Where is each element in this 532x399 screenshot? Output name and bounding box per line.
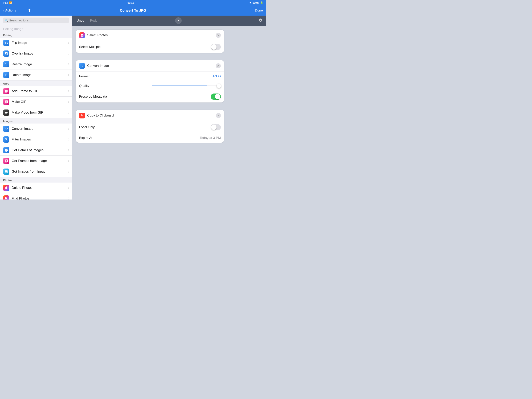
slider-thumb[interactable] xyxy=(217,84,221,88)
select-photos-card-icon xyxy=(79,32,85,38)
filter-images-label: Filter Images xyxy=(12,138,69,142)
drag-handle xyxy=(68,160,70,162)
redo-button[interactable]: Redo xyxy=(89,18,99,23)
section-gifs: GIFs xyxy=(0,80,72,86)
sidebar-scroll: Editing Image Editing Flip Image Overlay… xyxy=(0,25,72,200)
select-photos-close-button[interactable]: ✕ xyxy=(216,33,221,38)
back-label: Actions xyxy=(5,9,16,13)
sidebar: 🔍 Editing Image Editing Flip Image Ove xyxy=(0,16,72,200)
get-frames-from-image-icon xyxy=(3,158,9,164)
overlay-image-icon xyxy=(3,51,9,57)
section-images: Images xyxy=(0,118,72,123)
local-only-row: Local Only xyxy=(76,121,224,133)
upload-button[interactable]: ⬆ xyxy=(28,8,31,13)
search-input[interactable] xyxy=(9,19,67,22)
drag-handle xyxy=(68,63,70,65)
drag-handle xyxy=(68,198,70,200)
back-button[interactable]: ‹ Actions xyxy=(3,8,16,13)
sidebar-item-resize-image[interactable]: Resize Image xyxy=(0,59,72,70)
status-right: ✦ 100% 🔋 xyxy=(249,1,263,4)
slider-track xyxy=(152,85,221,86)
card-copy-to-clipboard: Copy to Clipboard ✕ Local Only Expire At… xyxy=(76,110,224,143)
sidebar-item-overlay-image[interactable]: Overlay Image xyxy=(0,48,72,59)
filter-images-icon xyxy=(3,136,9,143)
card-select-photos: Select Photos ✕ Select Multiple xyxy=(76,30,224,53)
make-gif-icon xyxy=(3,99,9,105)
drag-handle xyxy=(68,128,70,130)
sidebar-item-make-gif[interactable]: Make GIF xyxy=(0,97,72,107)
play-button[interactable] xyxy=(175,17,182,24)
add-frame-to-gif-label: Add Frame to GIF xyxy=(12,89,69,93)
sidebar-item-filter-images[interactable]: Filter Images xyxy=(0,134,72,145)
delete-photos-icon xyxy=(3,185,9,191)
sidebar-item-get-frames-from-image[interactable]: Get Frames from Image xyxy=(0,156,72,166)
select-multiple-row: Select Multiple xyxy=(76,41,224,53)
status-bar: iPad 📶 09:18 ✦ 100% 🔋 xyxy=(0,0,266,6)
drag-handle xyxy=(68,101,70,103)
preserve-metadata-row: Preserve Metadata xyxy=(76,91,224,103)
flip-image-label: Flip Image xyxy=(12,41,69,45)
card-connector-2 xyxy=(84,105,84,108)
resize-image-icon xyxy=(3,61,9,67)
format-value[interactable]: JPEG xyxy=(212,74,221,78)
sidebar-item-rotate-image[interactable]: Rotate Image xyxy=(0,70,72,80)
expire-at-value[interactable]: Today at 3 PM xyxy=(200,136,221,140)
bluetooth-icon: ✦ xyxy=(249,1,251,4)
nav-title: Convert To JPG xyxy=(120,9,146,13)
quality-row: Quality xyxy=(76,81,224,91)
sidebar-item-make-video-from-gif[interactable]: Make Video from GIF xyxy=(0,107,72,118)
search-wrap[interactable]: 🔍 xyxy=(3,18,69,23)
device-label: iPad xyxy=(3,1,8,4)
select-photos-card-title: Select Photos xyxy=(87,33,213,37)
quality-label: Quality xyxy=(79,84,148,88)
copy-to-clipboard-card-icon xyxy=(79,113,85,118)
convert-image-close-button[interactable]: ✕ xyxy=(216,63,221,68)
copy-to-clipboard-close-button[interactable]: ✕ xyxy=(216,113,221,118)
content-area: Select Photos ✕ Select Multiple xyxy=(72,26,266,200)
quality-slider[interactable] xyxy=(152,85,221,86)
sidebar-item-find-photos[interactable]: Find Photos xyxy=(0,193,72,200)
sidebar-item-flip-image[interactable]: Flip Image xyxy=(0,38,72,48)
preserve-metadata-toggle-thumb xyxy=(215,94,221,99)
select-multiple-toggle[interactable] xyxy=(211,44,221,50)
make-video-from-gif-icon xyxy=(3,109,9,116)
rotate-image-label: Rotate Image xyxy=(12,73,69,77)
settings-button[interactable] xyxy=(258,18,262,23)
nav-bar: ‹ Actions ⬆ Convert To JPG Done xyxy=(0,6,266,16)
convert-image-label: Convert Image xyxy=(12,127,69,131)
find-photos-icon xyxy=(3,195,9,200)
preserve-metadata-toggle[interactable] xyxy=(211,94,221,100)
convert-image-card-icon xyxy=(79,63,85,69)
back-chevron-icon: ‹ xyxy=(3,8,5,13)
delete-photos-label: Delete Photos xyxy=(12,186,69,190)
local-only-toggle[interactable] xyxy=(211,124,221,130)
wifi-icon: 📶 xyxy=(9,1,12,4)
sidebar-item-add-frame-to-gif[interactable]: Add Frame to GIF xyxy=(0,86,72,97)
select-multiple-label: Select Multiple xyxy=(79,45,211,49)
get-details-of-images-label: Get Details of Images xyxy=(12,148,69,152)
sidebar-item-get-images-from-input[interactable]: Get Images from Input xyxy=(0,166,72,177)
get-images-from-input-icon xyxy=(3,168,9,175)
convert-image-icon xyxy=(3,126,9,132)
sidebar-item-get-details-of-images[interactable]: Get Details of Images xyxy=(0,145,72,156)
format-row: Format JPEG xyxy=(76,72,224,81)
battery-icon: 🔋 xyxy=(260,1,263,4)
sidebar-item-delete-photos[interactable]: Delete Photos xyxy=(0,183,72,193)
copy-to-clipboard-card-title: Copy to Clipboard xyxy=(87,114,213,117)
expire-at-row: Expire At Today at 3 PM xyxy=(76,133,224,143)
battery-label: 100% xyxy=(253,1,259,4)
drag-handle xyxy=(68,187,70,189)
make-video-from-gif-label: Make Video from GIF xyxy=(12,111,69,115)
add-frame-to-gif-icon xyxy=(3,88,9,94)
status-time: 09:18 xyxy=(127,1,134,4)
done-button[interactable]: Done xyxy=(255,9,263,13)
editing-image-label: Editing Image xyxy=(0,25,72,32)
expire-at-label: Expire At xyxy=(79,136,200,140)
rotate-image-icon xyxy=(3,72,9,78)
card-select-photos-header: Select Photos ✕ xyxy=(76,30,224,41)
drag-handle xyxy=(68,53,70,55)
card-convert-image: Convert Image ✕ Format JPEG Quality xyxy=(76,60,224,103)
card-copy-to-clipboard-header: Copy to Clipboard ✕ xyxy=(76,110,224,121)
sidebar-item-convert-image[interactable]: Convert Image xyxy=(0,123,72,134)
undo-button[interactable]: Undo xyxy=(76,18,85,23)
